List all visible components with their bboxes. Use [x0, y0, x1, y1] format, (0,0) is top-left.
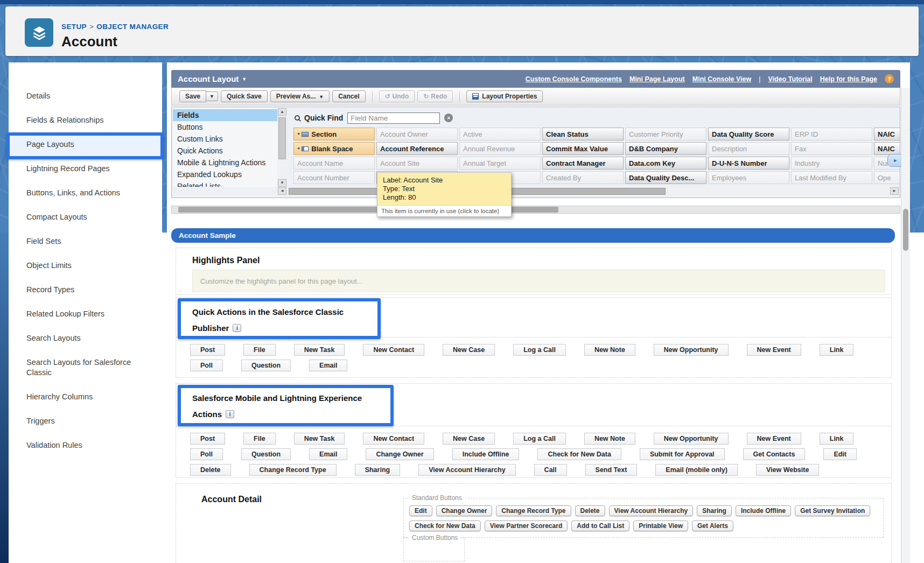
- palette-field[interactable]: Account Owner: [376, 128, 458, 140]
- palette-field[interactable]: Description: [708, 142, 789, 155]
- palette-field[interactable]: Active: [459, 128, 541, 140]
- palette-field[interactable]: Employees: [708, 171, 789, 184]
- sidebar-item[interactable]: Fields & Relationships: [9, 108, 162, 132]
- sidebar-item[interactable]: Details: [9, 84, 162, 108]
- quick-action-item[interactable]: Post: [190, 344, 225, 356]
- quick-action-item[interactable]: Log a Call: [513, 433, 566, 445]
- quick-action-item[interactable]: Delete: [190, 464, 231, 476]
- titlebar-link[interactable]: Mini Console View: [692, 75, 752, 83]
- quick-save-button[interactable]: Quick Save: [221, 90, 268, 102]
- sidebar-item[interactable]: Validation Rules: [9, 433, 162, 458]
- quick-action-item[interactable]: Email (mobile only): [655, 464, 738, 476]
- palette-field[interactable]: Customer Priority: [625, 128, 706, 140]
- standard-button[interactable]: Change Record Type: [496, 505, 571, 516]
- category-scrollbar[interactable]: ▲ ▼: [278, 108, 286, 187]
- palette-field[interactable]: NAIC: [874, 142, 900, 155]
- info-icon[interactable]: i: [233, 324, 241, 332]
- quick-action-item[interactable]: Call: [534, 464, 567, 476]
- preview-as-button[interactable]: Preview As...▼: [270, 90, 330, 102]
- palette-field[interactable]: Ope: [874, 171, 900, 184]
- quick-action-item[interactable]: View Account Hierarchy: [418, 464, 515, 476]
- sidebar-item[interactable]: Page Layouts: [9, 132, 162, 157]
- quick-action-item[interactable]: New Task: [294, 433, 345, 445]
- highlights-panel-placeholder[interactable]: Customize the highlights panel for this …: [192, 270, 885, 292]
- palette-field[interactable]: Account Site: [376, 157, 458, 170]
- standard-button[interactable]: View Partner Scorecard: [485, 520, 568, 531]
- palette-category[interactable]: Buttons: [173, 121, 277, 133]
- palette-category[interactable]: Quick Actions: [173, 145, 277, 157]
- cancel-button[interactable]: Cancel: [332, 90, 365, 102]
- standard-button[interactable]: Check for New Data: [409, 520, 481, 531]
- standard-button[interactable]: Add to Call List: [571, 520, 629, 531]
- standard-button[interactable]: Change Owner: [436, 505, 493, 516]
- palette-horizontal-scrollbar[interactable]: ◄ ►: [278, 187, 899, 196]
- quick-action-item[interactable]: Question: [241, 448, 291, 460]
- quick-action-item[interactable]: New Opportunity: [654, 433, 729, 445]
- palette-field[interactable]: Contract Manager: [542, 157, 624, 170]
- sidebar-item[interactable]: Related Lookup Filters: [9, 302, 162, 326]
- quick-action-item[interactable]: Send Text: [585, 464, 638, 476]
- palette-field[interactable]: Account Number: [293, 171, 375, 184]
- chevron-down-icon[interactable]: ▼: [242, 76, 247, 82]
- save-dropdown-button[interactable]: ▼: [206, 92, 218, 101]
- palette-field[interactable]: Last Modified By: [791, 171, 872, 184]
- undo-button[interactable]: ↺Undo: [379, 90, 415, 102]
- quick-action-item[interactable]: Link: [820, 433, 854, 445]
- quick-action-item[interactable]: Check for New Data: [537, 448, 621, 460]
- palette-field[interactable]: Created By: [542, 171, 624, 184]
- info-icon[interactable]: i: [226, 410, 234, 418]
- palette-field[interactable]: D-U-N-S Number: [708, 157, 789, 170]
- layout-selector[interactable]: Account Layout: [178, 74, 239, 83]
- sidebar-item[interactable]: Hierarchy Columns: [9, 385, 162, 409]
- sidebar-item[interactable]: Buttons, Links, and Actions: [9, 181, 162, 205]
- breadcrumb-object-manager-link[interactable]: OBJECT MANAGER: [96, 23, 169, 31]
- quick-action-item[interactable]: New Note: [584, 344, 635, 356]
- palette-field[interactable]: Commit Max Value: [542, 142, 624, 155]
- palette-field[interactable]: Data.com Key: [625, 157, 706, 170]
- titlebar-link[interactable]: Help for this Page: [820, 75, 877, 83]
- palette-category[interactable]: Fields: [173, 109, 277, 121]
- titlebar-link[interactable]: Video Tutorial: [768, 75, 813, 83]
- standard-button[interactable]: Sharing: [697, 505, 732, 516]
- titlebar-link[interactable]: Custom Console Components: [526, 75, 622, 83]
- canvas-horizontal-scrollbar[interactable]: [171, 206, 900, 214]
- scroll-up-icon[interactable]: ▲: [278, 108, 286, 116]
- standard-button[interactable]: Get Alerts: [692, 520, 733, 531]
- sidebar-item[interactable]: Triggers: [9, 409, 162, 433]
- standard-button[interactable]: View Account Hierarchy: [609, 505, 694, 516]
- quick-action-item[interactable]: Submit for Approval: [640, 448, 725, 460]
- quick-action-item[interactable]: New Note: [584, 433, 635, 445]
- quick-action-item[interactable]: Post: [190, 433, 225, 445]
- standard-button[interactable]: Printable View: [633, 520, 688, 531]
- palette-category[interactable]: Custom Links: [173, 133, 277, 145]
- quick-action-item[interactable]: Change Record Type: [249, 464, 337, 476]
- main-vertical-scrollbar[interactable]: [901, 88, 910, 563]
- sidebar-item[interactable]: Search Layouts for Salesforce Classic: [9, 350, 162, 385]
- quick-action-item[interactable]: New Contact: [363, 433, 424, 445]
- palette-field[interactable]: Data Quality Score: [708, 128, 789, 140]
- quick-action-item[interactable]: Change Owner: [366, 448, 433, 460]
- standard-button[interactable]: Delete: [575, 505, 605, 516]
- standard-button[interactable]: Edit: [409, 505, 432, 516]
- palette-field[interactable]: NAIC: [874, 128, 900, 140]
- palette-field[interactable]: Industry: [791, 157, 872, 170]
- palette-field[interactable]: Account Name: [293, 157, 375, 170]
- palette-field[interactable]: Fax: [791, 142, 872, 155]
- quick-action-item[interactable]: New Task: [294, 344, 345, 356]
- sidebar-item[interactable]: Lightning Record Pages: [9, 157, 162, 181]
- quick-action-item[interactable]: Email: [309, 360, 347, 371]
- clear-icon[interactable]: ✕: [444, 114, 453, 122]
- quick-action-item[interactable]: Sharing: [355, 464, 401, 476]
- sidebar-item[interactable]: Search Layouts: [9, 326, 162, 350]
- palette-field[interactable]: Annual Target: [459, 157, 541, 170]
- layout-properties-button[interactable]: Layout Properties: [466, 90, 543, 102]
- scroll-down-icon[interactable]: ▼: [278, 179, 286, 187]
- palette-category[interactable]: Related Lists: [173, 180, 277, 187]
- palette-category[interactable]: Mobile & Lightning Actions: [173, 157, 277, 168]
- scrollbar-thumb[interactable]: [278, 117, 286, 159]
- scrollbar-thumb[interactable]: [903, 209, 908, 251]
- quick-action-item[interactable]: View Website: [756, 464, 819, 476]
- quick-action-item[interactable]: File: [243, 344, 276, 356]
- palette-field[interactable]: Account Reference: [376, 142, 458, 155]
- quick-action-item[interactable]: Link: [820, 344, 854, 356]
